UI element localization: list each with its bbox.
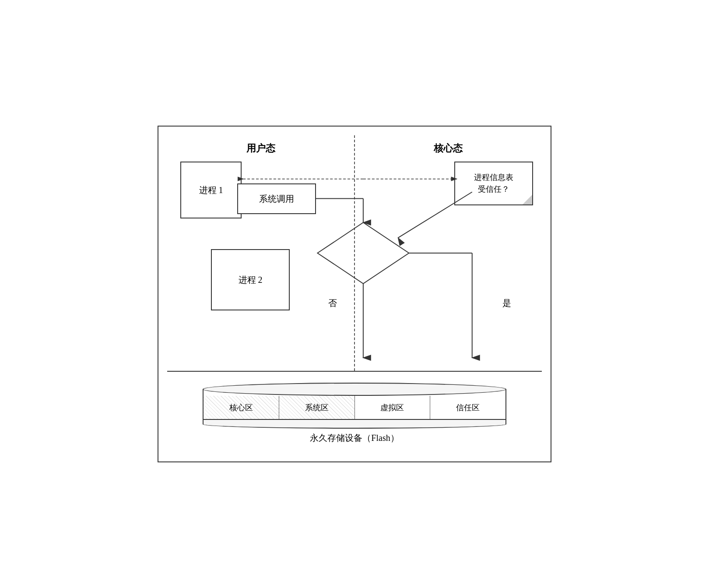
process2-box: 进程 2	[211, 249, 290, 310]
storage-system-label: 系统区	[305, 402, 329, 413]
yes-label: 是	[502, 297, 511, 309]
storage-kernel-label: 核心区	[229, 402, 253, 413]
cylinder-bottom	[203, 420, 506, 429]
storage-system-cell: 系统区	[279, 396, 355, 419]
process1-label: 进程 1	[199, 184, 223, 196]
no-label: 否	[328, 297, 337, 309]
flash-label: 永久存储设备（Flash）	[310, 432, 399, 444]
svg-marker-9	[317, 222, 409, 283]
note-line2: 受信任？	[478, 183, 509, 195]
bottom-section: 核心区 系统区 虚拟区 信任区 永久存储设备（Flash）	[167, 372, 542, 453]
diagram-wrapper: 用户态 核心态 进程 1 系统调用 进程 2 进程信息表 受信任？ 否 是	[158, 126, 551, 462]
note-box: 进程信息表 受信任？	[454, 162, 533, 205]
top-section: 用户态 核心态 进程 1 系统调用 进程 2 进程信息表 受信任？ 否 是	[167, 135, 542, 372]
syscall-box: 系统调用	[237, 183, 316, 214]
process2-label: 进程 2	[239, 274, 263, 286]
storage-kernel-cell: 核心区	[204, 396, 279, 419]
storage-virtual-label: 虚拟区	[380, 402, 404, 413]
cylinder-wrapper: 核心区 系统区 虚拟区 信任区 永久存储设备（Flash）	[176, 383, 533, 444]
cylinder-top	[203, 383, 506, 396]
note-line1: 进程信息表	[474, 172, 513, 183]
process1-box: 进程 1	[180, 162, 242, 218]
user-zone-label: 用户态	[246, 142, 275, 155]
outer-box: 用户态 核心态 进程 1 系统调用 进程 2 进程信息表 受信任？ 否 是	[158, 126, 551, 462]
storage-virtual-cell: 虚拟区	[355, 396, 431, 419]
vertical-divider	[354, 135, 355, 371]
kernel-zone-label: 核心态	[434, 142, 463, 155]
syscall-label: 系统调用	[259, 193, 294, 205]
storage-trusted-label: 信任区	[456, 402, 480, 413]
storage-trusted-cell: 信任区	[430, 396, 505, 419]
